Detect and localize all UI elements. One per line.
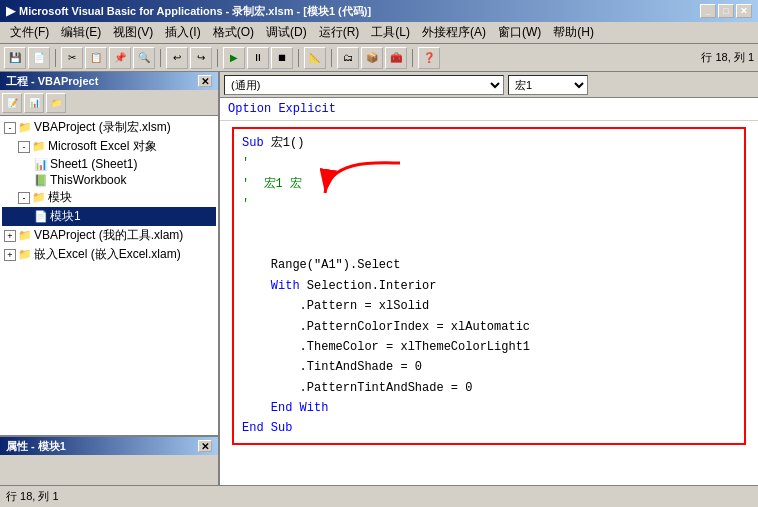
menu-debug[interactable]: 调试(D) [260, 22, 313, 43]
code-line-pattern: .Pattern = xlSolid [242, 296, 736, 316]
toggle-folders-btn[interactable]: 📁 [46, 93, 66, 113]
menu-tools[interactable]: 工具(L) [365, 22, 416, 43]
code-line-comment1: ' [242, 153, 736, 173]
project-icon: 📁 [18, 121, 32, 134]
sheet-icon-1: 📊 [34, 158, 48, 171]
tb-obj[interactable]: 📦 [361, 47, 383, 69]
tb-proj[interactable]: 🗂 [337, 47, 359, 69]
tree-label-embed: 嵌入Excel (嵌入Excel.xlam) [34, 246, 181, 263]
tb-cut[interactable]: ✂ [61, 47, 83, 69]
menu-window[interactable]: 窗口(W) [492, 22, 547, 43]
properties-title: 属性 - 模块1 ✕ [0, 437, 218, 455]
view-object-btn[interactable]: 📊 [24, 93, 44, 113]
project-icon-2: 📁 [18, 229, 32, 242]
code-line-comment2: ' 宏1 宏 [242, 174, 736, 194]
tb-redo[interactable]: ↪ [190, 47, 212, 69]
proc-dropdown[interactable]: 宏1 [508, 75, 588, 95]
code-red-box: Sub 宏1() ' ' 宏1 宏 ' Range("A1").Select [232, 127, 746, 445]
right-panel: (通用) 宏1 Option Explicit Sub 宏1() [220, 72, 758, 485]
tb-toolbox[interactable]: 🧰 [385, 47, 407, 69]
code-line-end-with: End With [242, 398, 736, 418]
status-bar: 行 18, 列 1 [0, 485, 758, 507]
tb-sep2 [160, 49, 161, 67]
menu-edit[interactable]: 编辑(E) [55, 22, 107, 43]
tree-item-modules-folder[interactable]: - 📁 模块 [2, 188, 216, 207]
status-text: 行 18, 列 1 [6, 489, 59, 504]
tree-item-vbaproject1[interactable]: - 📁 VBAProject (录制宏.xlsm) [2, 118, 216, 137]
title-text: Microsoft Visual Basic for Applications … [19, 4, 700, 19]
folder-icon-2: 📁 [32, 191, 46, 204]
menu-help[interactable]: 帮助(H) [547, 22, 600, 43]
code-line-pattern-color: .PatternColorIndex = xlAutomatic [242, 317, 736, 337]
tb-sep5 [331, 49, 332, 67]
code-line-tint: .TintAndShade = 0 [242, 357, 736, 377]
project-tree[interactable]: - 📁 VBAProject (录制宏.xlsm) - 📁 Microsoft … [0, 116, 218, 435]
menu-bar: 文件(F) 编辑(E) 视图(V) 插入(I) 格式(O) 调试(D) 运行(R… [0, 22, 758, 44]
project-panel-close[interactable]: ✕ [198, 75, 212, 87]
tb-save[interactable]: 💾 [4, 47, 26, 69]
tb-break[interactable]: ⏸ [247, 47, 269, 69]
tree-label-sheet1: Sheet1 (Sheet1) [50, 157, 137, 171]
workbook-icon: 📗 [34, 174, 48, 187]
tree-item-embed[interactable]: + 📁 嵌入Excel (嵌入Excel.xlam) [2, 245, 216, 264]
tree-item-sheet1[interactable]: 📊 Sheet1 (Sheet1) [2, 156, 216, 172]
tree-label-vbaproject1: VBAProject (录制宏.xlsm) [34, 119, 171, 136]
code-line-pattern-tint: .PatternTintAndShade = 0 [242, 378, 736, 398]
tb-sep3 [217, 49, 218, 67]
tree-item-excel-objects[interactable]: - 📁 Microsoft Excel 对象 [2, 137, 216, 156]
code-option-explicit: Option Explicit [220, 98, 758, 121]
expander-vbaproject1[interactable]: - [4, 122, 16, 134]
tb-sep1 [55, 49, 56, 67]
expander-mytool[interactable]: + [4, 230, 16, 242]
toolbar: 💾 📄 ✂ 📋 📌 🔍 ↩ ↪ ▶ ⏸ ⏹ 📐 🗂 📦 🧰 ❓ 行 18, 列 … [0, 44, 758, 72]
code-line-blank2 [242, 235, 736, 255]
code-line-with: With Selection.Interior [242, 276, 736, 296]
tb-file[interactable]: 📄 [28, 47, 50, 69]
properties-label: 属性 - 模块1 [6, 439, 66, 454]
tree-label-thisworkbook: ThisWorkbook [50, 173, 126, 187]
code-line-range: Range("A1").Select [242, 255, 736, 275]
tb-run[interactable]: ▶ [223, 47, 245, 69]
project-panel-label: 工程 - VBAProject [6, 74, 98, 89]
tb-reset[interactable]: ⏹ [271, 47, 293, 69]
code-line-comment3: ' [242, 194, 736, 214]
tb-help[interactable]: ❓ [418, 47, 440, 69]
tb-design[interactable]: 📐 [304, 47, 326, 69]
left-panel: 工程 - VBAProject ✕ 📝 📊 📁 - 📁 VBAProject (… [0, 72, 220, 485]
minimize-button[interactable]: _ [700, 4, 716, 18]
project-panel-toolbar: 📝 📊 📁 [0, 90, 218, 116]
maximize-button[interactable]: □ [718, 4, 734, 18]
tree-item-module1[interactable]: 📄 模块1 [2, 207, 216, 226]
tb-undo[interactable]: ↩ [166, 47, 188, 69]
tree-label-excel-objects: Microsoft Excel 对象 [48, 138, 157, 155]
tb-copy[interactable]: 📋 [85, 47, 107, 69]
menu-view[interactable]: 视图(V) [107, 22, 159, 43]
properties-panel: 属性 - 模块1 ✕ [0, 435, 218, 485]
code-line-sub: Sub 宏1() [242, 133, 736, 153]
menu-file[interactable]: 文件(F) [4, 22, 55, 43]
code-editor[interactable]: Option Explicit Sub 宏1() ' ' 宏1 宏 ' [220, 98, 758, 485]
code-line-blank1 [242, 215, 736, 235]
close-button[interactable]: ✕ [736, 4, 752, 18]
object-dropdown[interactable]: (通用) [224, 75, 504, 95]
app-icon: ▶ [6, 4, 15, 18]
tree-item-mytool[interactable]: + 📁 VBAProject (我的工具.xlam) [2, 226, 216, 245]
properties-close[interactable]: ✕ [198, 440, 212, 452]
view-code-btn[interactable]: 📝 [2, 93, 22, 113]
project-icon-3: 📁 [18, 248, 32, 261]
expander-modules[interactable]: - [18, 192, 30, 204]
tb-sep4 [298, 49, 299, 67]
menu-format[interactable]: 格式(O) [207, 22, 260, 43]
expander-excel-objects[interactable]: - [18, 141, 30, 153]
menu-addins[interactable]: 外接程序(A) [416, 22, 492, 43]
menu-run[interactable]: 运行(R) [313, 22, 366, 43]
menu-insert[interactable]: 插入(I) [159, 22, 206, 43]
module-icon-1: 📄 [34, 210, 48, 223]
title-buttons: _ □ ✕ [700, 4, 752, 18]
tree-label-module1: 模块1 [50, 208, 81, 225]
tree-item-thisworkbook[interactable]: 📗 ThisWorkbook [2, 172, 216, 188]
project-panel-title: 工程 - VBAProject ✕ [0, 72, 218, 90]
tb-find[interactable]: 🔍 [133, 47, 155, 69]
expander-embed[interactable]: + [4, 249, 16, 261]
tb-paste[interactable]: 📌 [109, 47, 131, 69]
